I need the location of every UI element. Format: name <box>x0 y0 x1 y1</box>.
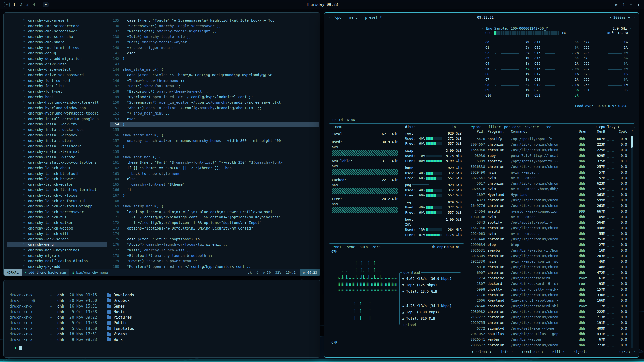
process-row[interactable]: 1930108nvimnvim --embed .dhh69M⣀⣀⣀0.0 <box>469 214 627 220</box>
file-tree-item[interactable]: *omarchy-install-xbox-controllers <box>7 160 107 165</box>
code-line[interactable]: 152 *) show_main_menu ;; <box>110 111 319 116</box>
mem-panel-title[interactable]: ²mem <box>332 124 343 129</box>
net-interface-selector[interactable]: ‹b enp191s0 n› <box>430 244 461 250</box>
net-sync-tab[interactable]: sync <box>346 244 356 250</box>
code-line[interactable]: 173 options="$options\n◈ Defaults\n☁ DNS… <box>110 226 319 231</box>
file-tree-item[interactable]: *omarchy-install-steam <box>7 138 107 144</box>
workspace-4[interactable]: 4 <box>33 2 35 7</box>
file-tree-item[interactable]: *omarchy-launch-about <box>7 165 107 171</box>
code-line[interactable]: 158} <box>110 144 319 149</box>
scroll-up-icon[interactable]: ↑ <box>631 129 633 133</box>
code-line[interactable]: 179 *Power*) show_setup_power_menu ;; <box>110 258 319 264</box>
code-line[interactable]: 139 *Bar*) omarchy-toggle-waybar ;; <box>110 40 319 45</box>
process-row[interactable]: 1307dockerd/usr/bin/dockerd -H fd:root93… <box>469 281 627 287</box>
process-row[interactable]: 98930rubypuma 7.1.0 (tcp://localdhh929M⣀… <box>469 153 627 158</box>
file-tree-item[interactable]: *omarchy-hook <box>7 94 107 100</box>
process-row[interactable]: 5998ghostty/usr/bin/ghostty --gtk-dhh157… <box>469 287 627 292</box>
process-row[interactable]: 6772signal-d/proc/self/exe --type=rdhh40… <box>469 326 627 331</box>
process-row[interactable]: 5018chromium/usr/lib/chromium/chromdhh14… <box>469 264 627 270</box>
file-tree-item[interactable]: *omarchy-launch-floating-terminal- <box>7 187 107 193</box>
file-tree-item[interactable]: *omarchy-notification-dismiss <box>7 258 107 264</box>
disks-tab[interactable]: disks <box>404 124 417 129</box>
keyboard-icon[interactable]: ⌨ <box>630 0 632 9</box>
process-row[interactable]: 5017chromium/usr/lib/chromium/chromdhh62… <box>469 181 627 186</box>
file-tree-item[interactable]: *omarchy-launch-or-focus-webapp <box>7 204 107 209</box>
file-tree-item[interactable]: *omarchy-font-list <box>7 83 107 89</box>
cpu-panel-title[interactable]: ¹cpu <box>332 15 343 20</box>
file-tree-item[interactable]: *omarchy-cmd-screensaver <box>7 29 107 34</box>
code-line[interactable]: 166 fi <box>110 187 319 193</box>
process-row[interactable]: 2999634btopbtopdhh27M⣀⣀⣀0.0 <box>469 242 627 247</box>
file-tree-item[interactable]: *omarchy-dev-add-migration <box>7 56 107 62</box>
active-window-indicator[interactable]: ● <box>43 2 49 7</box>
proc-tree-tab[interactable]: tree <box>542 124 553 129</box>
file-tree-item[interactable]: *omarchy-launch-webapp <box>7 226 107 231</box>
proc-key-hint[interactable]: Kill k <box>551 349 566 354</box>
file-tree-item[interactable]: *omarchy-launch-editor <box>7 182 107 187</box>
file-tree-item[interactable]: *omarchy-drive-info <box>7 62 107 67</box>
file-tree-item[interactable]: *omarchy-install-tailscale <box>7 144 107 149</box>
code-line[interactable]: 147 *Font*) show_font_menu ;; <box>110 83 319 89</box>
net-zero-tab[interactable]: zero <box>371 244 382 250</box>
workspace-1[interactable]: 1 <box>13 2 15 7</box>
workspace-3[interactable]: 3 <box>26 2 29 7</box>
code-line[interactable]: 144show_style_menu() { <box>110 67 319 72</box>
file-tree-item[interactable]: *omarchy-launch-bluetooth <box>7 171 107 177</box>
code-line[interactable]: 177 *Wifi*) omarchy-launch-wifi ;; <box>110 247 319 253</box>
file-tree-item[interactable]: *omarchy-hyprland-window-close-all <box>7 100 107 105</box>
code-line[interactable]: 138 *Idle*) omarchy-toggle-idle ;; <box>110 34 319 40</box>
menu-button[interactable]: menu <box>348 15 359 20</box>
file-tree-item[interactable]: *omarchy-launch-or-focus-tui <box>7 198 107 204</box>
proc-reverse-tab[interactable]: reverse <box>523 124 540 129</box>
proc-per-core-tab[interactable]: per-core <box>503 124 522 129</box>
file-tree-item[interactable]: *omarchy-menu-keybindings <box>7 247 107 253</box>
process-row[interactable]: 2921330nvimnvim --embed config.jsodhh46M… <box>469 259 627 264</box>
code-line[interactable]: 180 *Monitors*) open_in_editor ~/.config… <box>110 264 319 270</box>
file-tree-item[interactable]: *omarchy-menu <box>7 242 107 247</box>
file-tree-item[interactable]: *omarchy-cmd-present <box>7 18 107 23</box>
file-tree-item[interactable]: *omarchy-cmd-share <box>7 40 107 45</box>
process-row[interactable]: 2917448chromium/usr/lib/chromium/chromdh… <box>469 236 627 242</box>
file-tree-item[interactable]: *omarchy-pkg-add <box>7 264 107 270</box>
file-tree-item[interactable]: *omarchy-hyprland-window-pop <box>7 105 107 111</box>
directory-name[interactable]: Videos <box>114 331 127 337</box>
file-tree-item[interactable]: *omarchy-lock-screen <box>7 237 107 242</box>
io-tab[interactable]: io <box>451 124 457 129</box>
process-row[interactable]: 1647940chromium/usr/lib/chromium/chromdh… <box>469 225 627 231</box>
process-row[interactable]: 3016305chromium/usr/lib/chromium/chromdh… <box>469 253 627 259</box>
proc-sort-selector[interactable]: ‹ cpu lazy › <box>594 124 621 129</box>
code-line[interactable]: 172 [ -f ~/.config/hypr/input.conf ] && … <box>110 220 319 226</box>
code-line[interactable]: 148 *Background*) omarchy-theme-bg-next … <box>110 89 319 94</box>
code-line[interactable]: 162 if [[ "$theme" == "CNCLD" || -z "$th… <box>110 165 319 171</box>
code-line[interactable]: 137 *Nightlight*) omarchy-toggle-nightli… <box>110 29 319 34</box>
file-tree-item[interactable]: *omarchy-font-current <box>7 78 107 84</box>
directory-name[interactable]: Work <box>114 337 123 342</box>
clock[interactable]: Thursday 09:23 <box>306 0 338 9</box>
code-line[interactable]: 156show_theme_menu() { <box>110 132 319 138</box>
process-row[interactable]: 3024578nvimnvim --embed /home/dhh/dhh52M… <box>469 186 627 192</box>
code-line[interactable]: 142} <box>110 56 319 62</box>
code-line[interactable]: 136 *Screensaver*) omarchy-toggle-screen… <box>110 23 319 29</box>
directory-name[interactable]: Music <box>114 309 125 315</box>
directory-name[interactable]: Downloads <box>114 292 134 298</box>
code-line[interactable]: 171 [ -f ~/.config/hypr/bindings.conf ] … <box>110 215 319 220</box>
file-tree-item[interactable]: *omarchy-cmd-screenshot <box>7 34 107 40</box>
process-row[interactable]: 3029490nvimnvim --embed .dhh57M⣀⣀⣀0.0 <box>469 169 627 175</box>
process-row[interactable]: 2935572chromium/usr/lib/chromium/chromdh… <box>469 342 627 348</box>
directory-name[interactable]: Public <box>114 320 127 326</box>
file-tree-item[interactable]: *omarchy-launch-walker <box>7 220 107 226</box>
process-row[interactable]: 5399spotify/opt/spotify/spotify --dhh375… <box>469 158 627 164</box>
code-line[interactable]: 163 back_to show_style_menu <box>110 171 319 177</box>
system-logo-icon[interactable]: ❖ <box>4 2 10 7</box>
process-row[interactable]: 6907chromium/usr/lib/chromium/chromdhh47… <box>469 270 627 275</box>
process-row[interactable]: 5343spotify/opt/spotify/spotifydhh564M⣀⣀… <box>469 220 627 225</box>
code-line[interactable]: 160show_font_menu() { <box>110 155 319 160</box>
process-table-header[interactable]: Pid: Program: Command: User: MemB Cpu% <box>469 129 627 134</box>
code-line[interactable]: 149 *Hyprland*) open_in_editor ~/.config… <box>110 94 319 100</box>
file-tree-item[interactable]: *omarchy-hyprland-workspace-toggle <box>7 111 107 116</box>
directory-name[interactable]: Games <box>114 303 125 309</box>
code-line[interactable]: 161 theme=$(menu "Font" "$(omarchy-font-… <box>110 160 319 165</box>
file-tree-item[interactable]: *omarchy-launch-browser <box>7 176 107 182</box>
code-line[interactable]: 167} <box>110 193 319 198</box>
code-line[interactable]: 157 omarchy-launch-walker -m menus:omarc… <box>110 138 319 144</box>
